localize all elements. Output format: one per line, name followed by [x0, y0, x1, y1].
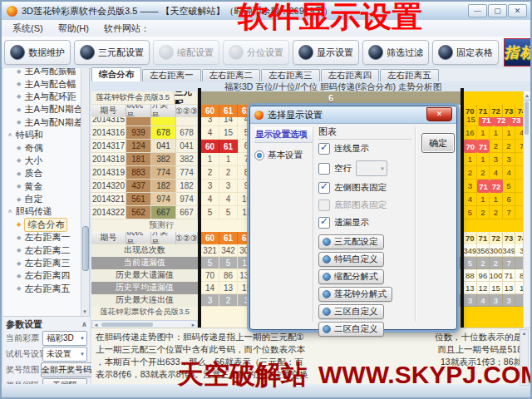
checkbox-遗漏显示[interactable]: 遗漏显示	[318, 217, 411, 229]
toolbar-button[interactable]: 固定表格	[432, 40, 499, 65]
sidebar-item-左右距离一[interactable]: ◆左右距离一	[3, 231, 89, 244]
table-header-row: 期号试机号开奖号①②③	[91, 232, 198, 244]
cell: 5	[464, 206, 477, 219]
sidebar-scrollbar[interactable]: ▼	[81, 68, 89, 316]
option-button-莲花钟分解式[interactable]: 莲花钟分解式	[318, 287, 392, 302]
checkbox-icon[interactable]	[318, 182, 330, 194]
grid-row: 161114	[464, 126, 529, 140]
minimize-button[interactable]: —	[468, 4, 487, 17]
cell: 61	[219, 232, 238, 244]
cell: 382	[151, 153, 176, 166]
sidebar-item-主A与配N期合[interactable]: ◆主A与配N期合	[3, 103, 89, 116]
cell: 60	[201, 105, 219, 117]
dialog-titlebar[interactable]: 选择显示设置	[250, 106, 456, 124]
tab-左右距离五[interactable]: 左右距离五	[380, 69, 439, 81]
option-button-三区自定义[interactable]: 三区自定义	[318, 304, 384, 319]
sidebar-item-综合分布[interactable]: ◆综合分布	[3, 219, 89, 231]
sidebar-item-左右距离二[interactable]: ◆左右距离二	[3, 244, 89, 256]
sidebar-item-主A与配环距[interactable]: ◆主A与配环距	[3, 91, 89, 103]
cell: 2	[219, 294, 238, 307]
tab-左右距离二[interactable]: 左右距离二	[202, 69, 261, 81]
toolbar-button[interactable]: 数据维护	[4, 40, 71, 65]
scrollbar-thumb[interactable]	[525, 101, 529, 135]
table-divider	[461, 88, 464, 328]
param-select-试机号设置[interactable]: 未设置▼	[42, 347, 87, 362]
cell: 1	[490, 126, 503, 140]
collapse-icon[interactable]: ∧	[81, 320, 87, 328]
checkbox-icon[interactable]	[318, 143, 330, 155]
tab-左右距离三[interactable]: 左右距离三	[261, 69, 320, 81]
stats-label-row: 出现总次数	[91, 244, 198, 257]
draw-history-table: 莲花钟软件会员版3.5三元配期号试机号开奖号①②③201431520143169…	[91, 91, 198, 328]
menu-item-0[interactable]: 系统(S)	[5, 21, 51, 37]
option-button-三元配设定[interactable]: 三元配设定	[318, 234, 384, 249]
tab-左右距离一[interactable]: 左右距离一	[142, 69, 201, 81]
option-button-label: 三区自定义	[334, 306, 378, 318]
checkbox-icon[interactable]	[318, 163, 330, 175]
sidebar-item-主A与配合幅[interactable]: ◆主A与配合幅	[3, 77, 89, 90]
toolbar-button[interactable]: 显示设置	[293, 40, 359, 65]
toolbar-button[interactable]: 三元配设置	[74, 40, 150, 65]
sidebar-item-自定[interactable]: ◆自定	[3, 193, 89, 205]
cell: 71	[477, 232, 490, 244]
checkbox-icon	[318, 200, 330, 211]
sidebar-item-胆码传递[interactable]: ∧胆码传递	[3, 205, 89, 218]
cell: 300	[490, 244, 503, 257]
cell: 2	[219, 166, 238, 180]
checkbox-label: 遗漏显示	[334, 217, 369, 229]
clipped-inner: 15717273	[464, 117, 529, 126]
checkbox-空行[interactable]: 空行▼	[318, 160, 411, 176]
option-button-二区自定义[interactable]: 二区自定义	[318, 322, 384, 337]
sidebar-item-主A与配振幅[interactable]: ◆主A与配振幅	[3, 68, 89, 77]
sidebar-item-质合[interactable]: ◆质合	[3, 167, 89, 180]
close-button[interactable]: ✕	[508, 4, 527, 17]
scrollbar-thumb[interactable]	[82, 226, 89, 271]
scrollbar-thumb[interactable]	[101, 323, 153, 327]
sidebar-item-黄金[interactable]: ◆黄金	[3, 180, 89, 193]
sidebar-item-左右距离五[interactable]: ◆左右距离五	[3, 283, 89, 295]
right-number-grid: 7071727374157172731611147071227113322443…	[464, 91, 529, 328]
basic-settings-radio[interactable]: 基本设置	[254, 150, 313, 161]
option-button-缩配分解式[interactable]: 缩配分解式	[318, 269, 384, 284]
toolbar-button-label: 筛选过滤	[387, 47, 423, 59]
param-button-奖号范围[interactable]: 全部开奖号码	[41, 362, 92, 377]
scroll-up-icon[interactable]: ▲	[522, 331, 527, 336]
checkbox-左侧图表固定[interactable]: 左侧图表固定	[318, 182, 411, 194]
scroll-down-icon[interactable]: ▼	[81, 308, 88, 316]
select-value: 未设置	[47, 348, 71, 360]
scroll-up-icon[interactable]: ▲	[524, 91, 530, 101]
menu-item-2[interactable]: 软件网站：	[96, 21, 157, 37]
cell: 1	[477, 193, 490, 206]
tab-综合分布[interactable]: 综合分布	[91, 67, 141, 81]
sidebar-item-奇偶[interactable]: ◆奇偶	[3, 141, 89, 154]
dialog-close-button[interactable]: ✕	[426, 107, 452, 121]
sidebar-item-主A与配N期差[interactable]: ◆主A与配N期差	[3, 116, 89, 129]
stats-label-row: 当前遗漏值	[91, 257, 198, 269]
cell: 2014317	[91, 140, 126, 153]
param-label: 当前彩票	[6, 332, 41, 344]
sidebar-item-特码和[interactable]: ∧特码和	[3, 129, 89, 141]
sidebar-item-左右距离三[interactable]: ◆左右距离三	[3, 257, 89, 269]
sidebar-item-左右距离四[interactable]: ◆左右距离四	[3, 269, 89, 282]
option-button-特码自定义[interactable]: 特码自定义	[318, 252, 384, 267]
scroll-right-icon[interactable]: ►	[190, 323, 197, 328]
cell: 72	[490, 180, 503, 193]
param-select-当前彩票[interactable]: 福彩3D▼	[42, 331, 87, 346]
sidebar-item-大小[interactable]: ◆大小	[3, 155, 89, 167]
cell: 3	[464, 180, 477, 193]
cell: 1	[503, 126, 516, 140]
scroll-left-icon[interactable]: ◄	[92, 323, 100, 328]
vertical-scrollbar[interactable]: ▲	[523, 91, 530, 328]
cell: 4	[201, 193, 219, 206]
checkbox-连线显示[interactable]: 连线显示	[318, 143, 411, 155]
cell: ①②③	[176, 105, 198, 117]
toolbar-button[interactable]: 筛选过滤	[362, 40, 429, 65]
checkbox-icon[interactable]	[318, 217, 330, 229]
menu-item-1[interactable]: 帮助(H)	[51, 21, 96, 37]
maximize-button[interactable]: ▢	[488, 4, 507, 17]
diamond-icon: ◆	[17, 221, 21, 228]
tab-左右距离四[interactable]: 左右距离四	[321, 69, 380, 81]
bottom-title: 莲花钟彩票软件会员版3.5	[100, 307, 190, 320]
ok-button[interactable]: 确定	[421, 133, 455, 153]
cell: 2	[490, 257, 503, 269]
